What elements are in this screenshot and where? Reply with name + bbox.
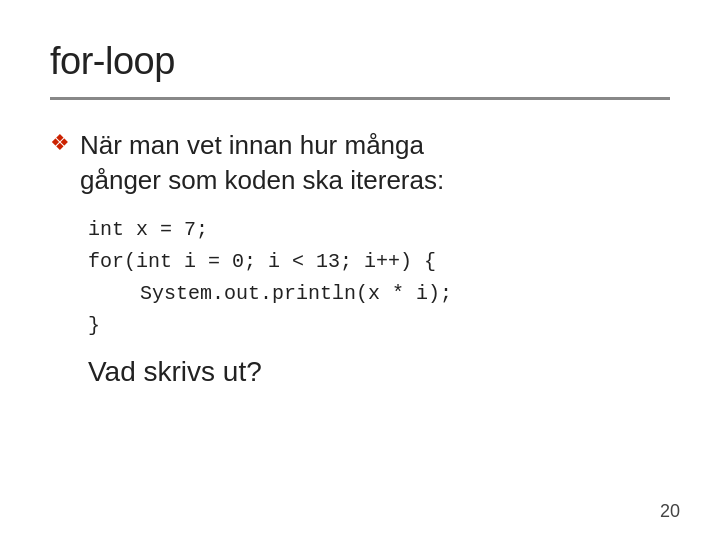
code-line-4: } [88,310,670,342]
code-line-3: System.out.println(x * i); [88,278,670,310]
code-line-2: for(int i = 0; i < 13; i++) { [88,246,670,278]
bullet-text-line2: gånger som koden ska itereras: [80,165,444,195]
conclusion-text: Vad skrivs ut? [88,356,670,388]
bullet-icon: ❖ [50,130,70,156]
title-divider [50,97,670,100]
code-line-1: int x = 7; [88,214,670,246]
bullet-text-line1: När man vet innan hur många [80,130,424,160]
code-block: int x = 7; for(int i = 0; i < 13; i++) {… [88,214,670,342]
page-number: 20 [660,501,680,522]
slide-title: for-loop [50,40,670,83]
slide: for-loop ❖ När man vet innan hur många g… [0,0,720,540]
bullet-row: ❖ När man vet innan hur många gånger som… [50,128,670,198]
bullet-text: När man vet innan hur många gånger som k… [80,128,444,198]
slide-content: ❖ När man vet innan hur många gånger som… [50,128,670,388]
